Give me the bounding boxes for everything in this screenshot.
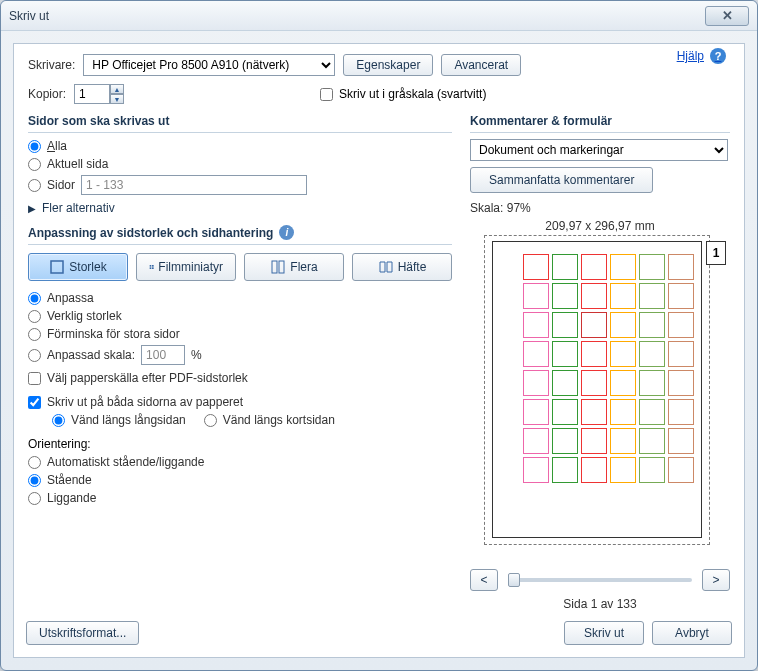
copies-input[interactable] [74, 84, 110, 104]
comments-section-title: Kommentarer & formulär [470, 114, 730, 133]
copies-label: Kopior: [28, 87, 66, 101]
preview-icon-cell [610, 399, 636, 425]
copies-up[interactable]: ▲ [110, 84, 124, 94]
duplex-check[interactable]: Skriv ut på båda sidorna av papperet [28, 395, 243, 409]
preview-icon-cell [610, 428, 636, 454]
preview-icon-cell [552, 428, 578, 454]
preview-next-button[interactable]: > [702, 569, 730, 591]
preview-prev-button[interactable]: < [470, 569, 498, 591]
window-close-button[interactable]: ✕ [705, 6, 749, 26]
copies-down[interactable]: ▼ [110, 94, 124, 104]
preview-icon-cell [581, 312, 607, 338]
sizing-section-title: Anpassning av sidstorlek och sidhanterin… [28, 225, 452, 245]
printer-label: Skrivare: [28, 58, 75, 72]
more-options-toggle[interactable]: ▶Fler alternativ [28, 201, 452, 215]
preview-icon-cell [552, 283, 578, 309]
pages-section-title: Sidor som ska skrivas ut [28, 114, 452, 133]
preview-icon-cell [523, 370, 549, 396]
window-title: Skriv ut [9, 9, 705, 23]
preview-icon-cell [639, 254, 665, 280]
preview-icon-cell [639, 312, 665, 338]
preview-icon-cell [639, 283, 665, 309]
pages-range-radio[interactable] [28, 179, 41, 192]
comments-select[interactable]: Dokument och markeringar [470, 139, 728, 161]
flip-long-radio[interactable] [52, 414, 65, 427]
preview-icon-cell [581, 428, 607, 454]
custom-scale-radio[interactable] [28, 349, 41, 362]
preview-icon-cell [581, 341, 607, 367]
scale-value: 97% [507, 201, 531, 215]
preview-icon-cell [610, 312, 636, 338]
pages-range-label: Sidor [47, 178, 75, 192]
preview-icon-cell [581, 254, 607, 280]
print-button[interactable]: Skriv ut [564, 621, 644, 645]
print-preview: 1 [470, 237, 730, 563]
svg-rect-2 [152, 265, 154, 267]
pages-all-radio[interactable] [28, 140, 41, 153]
preview-icon-cell [552, 341, 578, 367]
preview-icon-cell [523, 283, 549, 309]
help-icon: ? [710, 48, 726, 64]
preview-icon-cell [610, 370, 636, 396]
preview-icon-cell [639, 428, 665, 454]
scale-label: Skala: [470, 201, 503, 215]
svg-rect-5 [272, 261, 277, 273]
size-tab[interactable]: Storlek [28, 253, 128, 281]
preview-dimensions: 209,97 x 296,97 mm [470, 219, 730, 233]
preview-icon-cell [668, 428, 694, 454]
preview-icon-cell [581, 283, 607, 309]
preview-icon-cell [581, 399, 607, 425]
preview-page-of: Sida 1 av 133 [470, 597, 730, 611]
custom-scale-input[interactable] [141, 345, 185, 365]
preview-slider[interactable] [508, 578, 692, 582]
preview-icon-cell [668, 370, 694, 396]
preview-icon-cell [552, 370, 578, 396]
paper-source-check[interactable]: Välj papperskälla efter PDF-sidstorlek [28, 371, 248, 385]
preview-icon-cell [668, 312, 694, 338]
svg-rect-6 [279, 261, 284, 273]
orient-auto-radio[interactable] [28, 456, 41, 469]
pages-current-label: Aktuell sida [47, 157, 108, 171]
orient-landscape-radio[interactable] [28, 492, 41, 505]
booklet-tab[interactable]: Häfte [352, 253, 452, 281]
advanced-button[interactable]: Avancerat [441, 54, 521, 76]
info-icon: i [279, 225, 294, 240]
preview-icon-cell [552, 399, 578, 425]
svg-rect-4 [152, 267, 154, 269]
preview-icon-cell [523, 457, 549, 483]
fit-radio[interactable] [28, 292, 41, 305]
help-link[interactable]: Hjälp? [677, 48, 726, 64]
preview-icon-cell [552, 312, 578, 338]
pages-current-radio[interactable] [28, 158, 41, 171]
preview-icon-cell [610, 283, 636, 309]
svg-rect-1 [150, 265, 152, 267]
svg-rect-3 [150, 267, 152, 269]
preview-icon-cell [639, 399, 665, 425]
preview-page-number: 1 [706, 241, 726, 265]
cancel-button[interactable]: Avbryt [652, 621, 732, 645]
flip-short-radio[interactable] [204, 414, 217, 427]
printer-select[interactable]: HP Officejet Pro 8500 A910 (nätverk) [83, 54, 335, 76]
preview-icon-cell [668, 254, 694, 280]
grayscale-check[interactable]: Skriv ut i gråskala (svartvitt) [320, 87, 486, 101]
preview-icon-cell [610, 457, 636, 483]
orient-portrait-radio[interactable] [28, 474, 41, 487]
preview-icon-cell [581, 370, 607, 396]
shrink-radio[interactable] [28, 328, 41, 341]
summarize-comments-button[interactable]: Sammanfatta kommentarer [470, 167, 653, 193]
properties-button[interactable]: Egenskaper [343, 54, 433, 76]
actual-radio[interactable] [28, 310, 41, 323]
preview-icon-cell [639, 370, 665, 396]
copies-spinner[interactable]: ▲ ▼ [74, 84, 124, 104]
pages-range-input[interactable] [81, 175, 307, 195]
preview-icon-cell [639, 341, 665, 367]
chevron-right-icon: ▶ [28, 203, 36, 214]
multiple-tab[interactable]: Flera [244, 253, 344, 281]
preview-icon-cell [523, 312, 549, 338]
preview-icon-cell [610, 341, 636, 367]
page-setup-button[interactable]: Utskriftsformat... [26, 621, 139, 645]
orientation-label: Orientering: [28, 437, 452, 451]
svg-rect-0 [51, 261, 63, 273]
preview-icon-cell [523, 341, 549, 367]
thumbnail-tab[interactable]: Filmminiatyr [136, 253, 236, 281]
